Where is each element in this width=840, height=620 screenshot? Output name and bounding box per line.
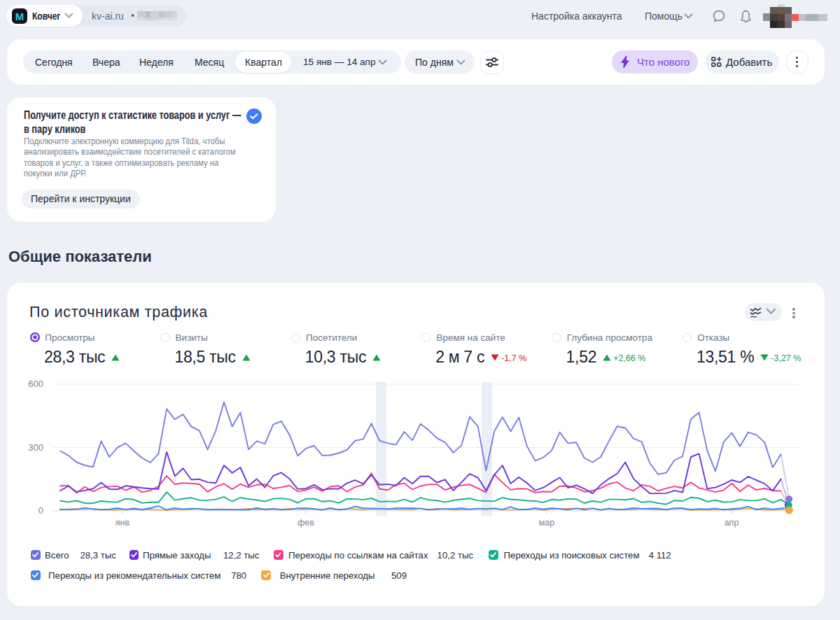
svg-text:0: 0 <box>38 505 43 516</box>
svg-text:М: М <box>15 10 24 22</box>
svg-text:апр: апр <box>724 518 739 528</box>
svg-text:600: 600 <box>28 379 43 389</box>
svg-text:янв: янв <box>115 518 130 528</box>
svg-text:мар: мар <box>539 518 555 528</box>
svg-text:фев: фев <box>298 518 314 528</box>
svg-text:300: 300 <box>28 442 43 453</box>
